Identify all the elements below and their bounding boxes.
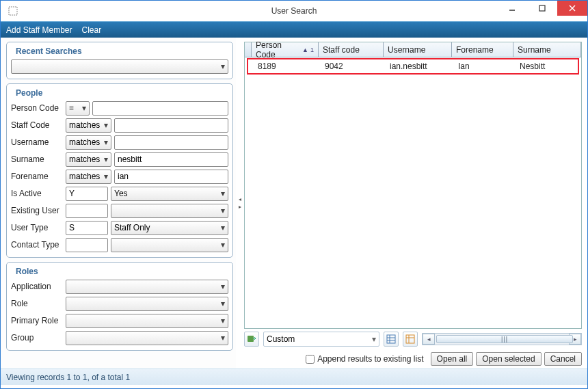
chevron-down-icon [221,240,225,250]
svg-rect-5 [248,336,254,342]
user-type-code[interactable]: S [66,221,108,235]
surname-operator[interactable]: matches [66,152,111,167]
existing-user-label: Existing User [11,206,66,215]
existing-user-dropdown[interactable] [111,204,228,218]
svg-rect-10 [406,335,414,343]
recent-searches-dropdown[interactable] [11,59,228,74]
chevron-down-icon [221,62,225,71]
user-type-label: User Type [11,223,66,232]
contact-type-dropdown[interactable] [111,238,228,252]
existing-user-code[interactable] [66,204,108,218]
role-label: Role [11,299,66,308]
column-surname[interactable]: Surname [513,42,581,57]
recent-searches-panel: Recent Searches [6,42,233,79]
staff-code-operator[interactable]: matches [66,118,111,133]
chevron-down-icon [372,334,376,344]
forename-operator[interactable]: matches [66,170,111,184]
sort-asc-icon: ▲ [302,46,308,53]
chevron-down-icon [221,206,225,215]
grid-view-icon[interactable] [384,332,399,347]
table-row[interactable]: 8189 9042 ian.nesbitt Ian Nesbitt [247,58,579,75]
person-code-operator[interactable]: = [66,101,90,116]
view-mode-dropdown[interactable]: Custom [263,332,379,347]
toolbar: Add Staff Member Clear [1,21,587,38]
chevron-down-icon [221,299,225,308]
contact-type-label: Contact Type [11,240,66,250]
chevron-down-icon [104,137,108,147]
column-staff-code[interactable]: Staff code [319,42,384,57]
application-dropdown[interactable] [66,280,228,294]
surname-input[interactable]: nesbitt [114,152,228,167]
filter-panel: Recent Searches People Person Code = Sta… [1,38,236,368]
grid-settings-icon[interactable] [403,332,418,347]
chevron-down-icon [104,120,108,130]
forename-input[interactable]: ian [114,170,228,184]
role-dropdown[interactable] [66,297,228,311]
status-text: Viewing records 1 to 1, of a total 1 [6,373,130,382]
results-grid: Person Code ▲1 Staff code Username Foren… [244,42,582,329]
is-active-dropdown[interactable]: Yes [111,187,228,201]
clear-button[interactable]: Clear [82,25,102,35]
open-selected-button[interactable]: Open selected [476,352,541,366]
close-button[interactable] [557,1,587,16]
username-label: Username [11,137,66,147]
people-legend: People [14,88,44,98]
splitter-handle[interactable]: ◂ ▸ [236,38,244,368]
cell-staff-code: 9042 [321,59,386,73]
group-dropdown[interactable] [66,331,228,345]
horizontal-scrollbar[interactable]: ◂ ||| ▸ [422,333,582,345]
cell-surname: Nesbitt [516,59,578,73]
forename-label: Forename [11,172,66,181]
is-active-label: Is Active [11,189,66,198]
row-selector-header[interactable] [245,42,252,57]
people-panel: People Person Code = Staff Code matches … [6,83,233,258]
chevron-down-icon [82,103,86,113]
add-staff-member-button[interactable]: Add Staff Member [6,25,72,35]
username-operator[interactable]: matches [66,135,111,150]
application-label: Application [11,282,66,291]
footer-actions: Append results to existing list Open all… [244,349,582,368]
roles-legend: Roles [14,267,40,276]
append-results-checkbox[interactable]: Append results to existing list [306,354,423,364]
chevron-right-icon: ▸ [239,204,241,210]
staff-code-input[interactable] [114,118,228,133]
titlebar: User Search [1,1,587,21]
cell-forename: Ian [454,59,516,73]
chevron-down-icon [221,223,225,232]
column-person-code[interactable]: Person Code ▲1 [252,42,319,57]
grid-header: Person Code ▲1 Staff code Username Foren… [245,42,581,57]
staff-code-label: Staff Code [11,120,66,130]
chevron-down-icon [221,316,225,325]
contact-type-code[interactable] [66,238,108,252]
column-forename[interactable]: Forename [452,42,513,57]
scroll-left-icon[interactable]: ◂ [423,334,435,345]
open-all-button[interactable]: Open all [431,352,474,366]
primary-role-label: Primary Role [11,316,66,325]
username-input[interactable] [114,135,228,150]
status-bar: Viewing records 1 to 1, of a total 1 [1,368,587,385]
export-icon[interactable] [244,332,259,347]
minimize-button[interactable] [497,1,527,16]
results-panel: Person Code ▲1 Staff code Username Foren… [244,38,587,368]
cell-person-code: 8189 [254,59,321,73]
person-code-label: Person Code [11,103,66,113]
is-active-code[interactable]: Y [66,187,108,201]
svg-rect-0 [9,7,17,15]
primary-role-dropdown[interactable] [66,314,228,328]
roles-panel: Roles Application Role Primary Role Grou… [6,262,233,351]
chevron-down-icon [221,333,225,343]
person-code-input[interactable] [92,101,228,116]
surname-label: Surname [11,155,66,164]
column-username[interactable]: Username [384,42,452,57]
cancel-button[interactable]: Cancel [544,352,582,366]
chevron-down-icon [221,282,225,291]
app-icon [5,3,21,19]
user-type-dropdown[interactable]: Staff Only [111,221,228,235]
maximize-button[interactable] [527,1,557,16]
group-label: Group [11,333,66,343]
svg-rect-6 [387,335,395,343]
chevron-down-icon [104,172,108,181]
chevron-down-icon [221,189,225,198]
scroll-thumb[interactable]: ||| [436,335,573,343]
cell-username: ian.nesbitt [386,59,454,73]
